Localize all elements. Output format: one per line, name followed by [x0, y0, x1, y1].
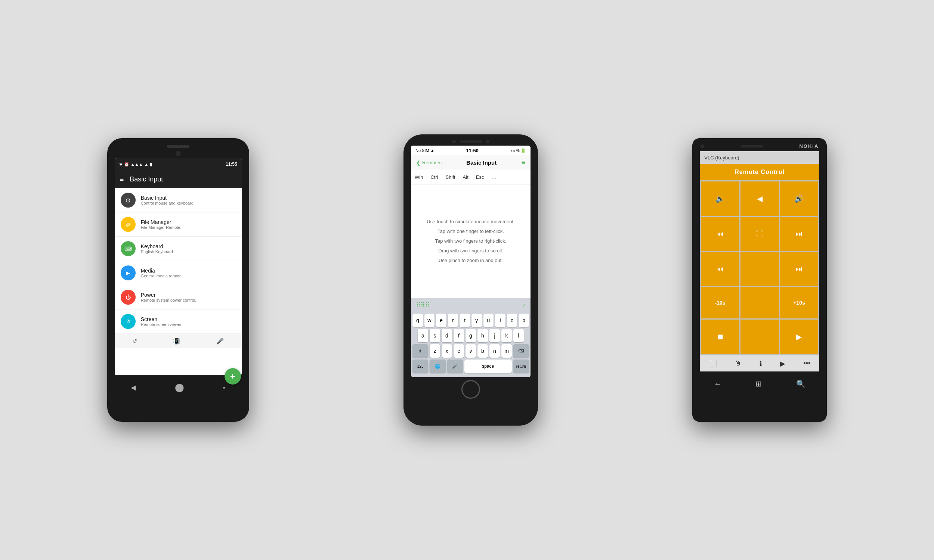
iphone-keyboard: q w e r t y u i o p a s d f g h [411, 311, 530, 377]
previous-icon: ⏮ [717, 229, 724, 238]
key-v[interactable]: v [465, 344, 476, 358]
rewind-button[interactable]: ◀ [740, 182, 779, 216]
screen-icon-bottom[interactable]: ⬜ [709, 360, 717, 368]
key-b[interactable]: b [478, 344, 488, 358]
key-c[interactable]: c [453, 344, 464, 358]
previous-button[interactable]: ⏮ [701, 217, 739, 251]
refresh-icon[interactable]: ↺ [132, 337, 137, 345]
key-h[interactable]: h [478, 329, 488, 342]
key-u[interactable]: u [484, 314, 494, 327]
list-item-power[interactable]: ⏻ Power Remote system power control. [115, 285, 242, 309]
back-windows-button[interactable]: ← [714, 380, 721, 388]
recents-nav-button[interactable]: ▪ [223, 384, 225, 392]
hamburger-icon[interactable]: ≡ [120, 175, 124, 183]
esc-key[interactable]: Esc [476, 174, 484, 180]
battery-icon: ▮ [150, 162, 152, 167]
key-x[interactable]: x [442, 344, 452, 358]
globe-key[interactable]: 🌐 [430, 360, 445, 373]
key-y[interactable]: y [472, 314, 482, 327]
nokia-title-bar: VLC (Keyboard) [700, 151, 819, 164]
volume-up-button[interactable]: 🔊 [780, 182, 818, 216]
space-key[interactable]: space [464, 360, 512, 373]
list-item-screen[interactable]: 🖥 Screen Remote screen viewer [115, 309, 242, 334]
list-item-basic-input[interactable]: ⊙ Basic Input Control mouse and keyboard… [115, 188, 242, 212]
volume-down-button[interactable]: 🔈 [701, 182, 739, 216]
key-o[interactable]: o [507, 314, 518, 327]
touchpad-instructions: Use touch to simulate mouse movement: Ta… [427, 217, 515, 265]
play-icon-bottom[interactable]: ▶ [780, 360, 785, 368]
iphone-menu-icon[interactable]: ≡ [521, 158, 525, 166]
iphone: No SIM ▲ 11:50 75 % 🔋 ❮ Remotes Basic In… [404, 134, 538, 426]
alt-key[interactable]: Alt [463, 174, 469, 180]
more-keys-button[interactable]: ... [491, 174, 496, 181]
iphone-camera-2 [485, 140, 489, 143]
iphone-status-bar: No SIM ▲ 11:50 75 % 🔋 [411, 146, 530, 155]
power-subtitle: Remote system power control. [141, 298, 197, 302]
back-nav-button[interactable]: ◀ [131, 383, 136, 392]
next-button[interactable]: ⏭ [780, 217, 818, 251]
keyboard-icon: ⌨ [121, 241, 136, 256]
nokia-camera [701, 145, 704, 148]
list-item-keyboard[interactable]: ⌨ Keyboard English Keyboard [115, 237, 242, 261]
play-button[interactable]: ▶ [780, 320, 818, 354]
empty-center-button [740, 252, 779, 286]
skip-back-button[interactable]: ⏮ [701, 252, 739, 286]
wifi-icon: ▲ [144, 162, 148, 166]
delete-key[interactable]: ⌫ [513, 344, 529, 358]
search-windows-button[interactable]: 🔍 [796, 379, 806, 388]
windows-button[interactable]: ⊞ [755, 379, 762, 388]
ctrl-key[interactable]: Ctrl [430, 174, 438, 180]
win-key[interactable]: Win [415, 174, 423, 180]
keyboard-layout-icon[interactable]: ⠿⠿⠿ [416, 301, 430, 308]
key-s[interactable]: s [430, 329, 440, 342]
mic-icon[interactable]: 🎤 [216, 337, 224, 345]
key-row-3: ⇧ z x c v b n m ⌫ [413, 344, 529, 358]
key-f[interactable]: f [453, 329, 464, 342]
key-w[interactable]: w [424, 314, 435, 327]
key-e[interactable]: e [436, 314, 447, 327]
home-nav-button[interactable]: ⬤ [175, 383, 184, 392]
key-z[interactable]: z [430, 344, 440, 358]
file-manager-subtitle: File Manager Remote. [141, 225, 182, 229]
basic-input-title: Basic Input [141, 195, 195, 201]
iphone-back-button[interactable]: ❮ Remotes [416, 160, 442, 166]
file-manager-title: File Manager [141, 219, 182, 225]
shift-key-button[interactable]: ⇧ [413, 344, 428, 358]
fullscreen-button[interactable]: ⛶ [740, 217, 779, 251]
numbers-key[interactable]: 123 [413, 360, 428, 373]
key-m[interactable]: m [501, 344, 512, 358]
vibrate-icon[interactable]: 📳 [173, 337, 180, 345]
plus-10s-button[interactable]: +10s [780, 287, 818, 318]
shift-key[interactable]: Shift [446, 174, 455, 180]
key-n[interactable]: n [489, 344, 500, 358]
skip-forward-button[interactable]: ⏭ [780, 252, 818, 286]
key-l[interactable]: l [513, 329, 524, 342]
key-k[interactable]: k [501, 329, 512, 342]
key-a[interactable]: a [418, 329, 428, 342]
key-g[interactable]: g [465, 329, 476, 342]
stop-button[interactable]: ⏹ [701, 320, 739, 354]
key-p[interactable]: p [519, 314, 529, 327]
key-r[interactable]: r [448, 314, 458, 327]
iphone-touchpad[interactable]: Use touch to simulate mouse movement: Ta… [411, 185, 530, 298]
more-icon[interactable]: ••• [803, 360, 810, 368]
return-key[interactable]: return [513, 360, 529, 373]
key-d[interactable]: d [442, 329, 452, 342]
keyboard-title: Keyboard [141, 243, 173, 249]
android-nav-bar: ◀ ⬤ ▪ [112, 378, 245, 397]
iphone-home-button[interactable] [461, 380, 480, 399]
key-q[interactable]: q [413, 314, 423, 327]
iphone-keyboard-toolbar: ⠿⠿⠿ ♪ [411, 298, 530, 311]
key-i[interactable]: i [495, 314, 506, 327]
microphone-key[interactable]: 🎤 [447, 360, 463, 373]
minus-10s-button[interactable]: -10s [701, 287, 739, 318]
music-note-icon[interactable]: ♪ [522, 301, 525, 308]
screen-subtitle: Remote screen viewer [141, 322, 182, 327]
list-item-media[interactable]: ▶ Media General media remote. [115, 261, 242, 285]
cursor-icon[interactable]: 🖱 [735, 360, 741, 368]
key-j[interactable]: j [489, 329, 500, 342]
info-icon[interactable]: ℹ [760, 360, 762, 368]
list-item-file-manager[interactable]: 📁 File Manager File Manager Remote. [115, 212, 242, 237]
key-t[interactable]: t [459, 314, 470, 327]
fullscreen-icon: ⛶ [756, 230, 763, 238]
